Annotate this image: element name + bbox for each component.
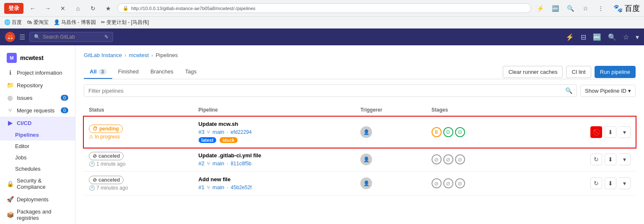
hamburger-button[interactable]: ☰	[19, 33, 25, 41]
breadcrumb-gitlab-instance[interactable]: GitLab Instance	[84, 52, 122, 58]
sidebar-sub-item-jobs[interactable]: Jobs	[0, 152, 75, 163]
tab-finished[interactable]: Finished	[112, 65, 145, 79]
tab-all[interactable]: All 3	[84, 65, 112, 79]
warning-icon: ⚠	[89, 134, 93, 140]
filter-input-wrap[interactable]: 🔍	[84, 84, 577, 97]
download-button-2[interactable]: ⬇	[605, 154, 616, 165]
star-nav-icon[interactable]: ☆	[623, 33, 629, 41]
project-name: mcwtest	[20, 55, 44, 61]
search-input[interactable]	[43, 34, 102, 40]
avatar-1: 👤	[360, 126, 372, 138]
reload-button[interactable]: ✕	[57, 3, 69, 14]
sidebar-item-deployments[interactable]: 🚀 Deployments	[0, 193, 75, 206]
more-button[interactable]: ⋮	[595, 3, 607, 14]
more-actions-button-1[interactable]: ▾	[619, 126, 631, 138]
triggerer-cell-2: 👤	[355, 148, 426, 172]
tab-tags-label: Tags	[185, 68, 197, 75]
action-cell-1: 🚫 ⬇ ▾	[524, 117, 636, 148]
gitlab-logo[interactable]: 🦊	[5, 32, 15, 42]
sidebar-item-security[interactable]: 🔒 Security & Compliance	[0, 175, 75, 193]
cicd-icon: ▶	[7, 120, 13, 126]
tag-latest: latest	[199, 137, 217, 143]
bookmark-blog[interactable]: 👤 马昌伟 - 博客园	[54, 19, 96, 26]
sidebar-sub-item-schedules[interactable]: Schedules	[0, 163, 75, 175]
deployments-icon: 🚀	[7, 196, 13, 203]
translate-nav-icon[interactable]: 🔤	[593, 33, 601, 41]
bookmark-taobao[interactable]: 🛍 爱淘宝	[27, 19, 48, 26]
sidebar-label-merge-requests: Merge requests	[17, 107, 54, 114]
sidebar-sub-item-pipelines[interactable]: Pipelines	[0, 129, 75, 141]
tab-tags[interactable]: Tags	[179, 65, 202, 79]
commit-hash-2[interactable]: 811c8f5b	[231, 161, 251, 167]
branch-name-1[interactable]: main	[212, 129, 224, 135]
baidu-logo: 🐾 百度	[613, 3, 640, 13]
sidebar: M mcwtest ℹ Project information 📁 Reposi…	[0, 45, 75, 224]
zoom-button[interactable]: 🔍	[565, 3, 577, 14]
sidebar-item-cicd[interactable]: ▶ CI/CD	[0, 117, 75, 129]
bookmark-baidu[interactable]: 🌐 百度	[4, 19, 22, 26]
time-ago-3: 🕐 7 minutes ago	[89, 185, 189, 191]
gitlab-nav: 🦊 ☰ 🔍 ✎ ⚡ ⊟ 🔤 🔍 ☆ ▾	[0, 29, 644, 45]
col-pipeline: Pipeline	[194, 104, 356, 117]
pipeline-num-1[interactable]: #3	[199, 129, 204, 135]
sidebar-item-merge-requests[interactable]: ⑂ Merge requests 0	[0, 104, 75, 117]
sidebar-label-cicd: CI/CD	[17, 120, 31, 126]
sidebar-item-project-info[interactable]: ℹ Project information	[0, 66, 75, 79]
commit-hash-1[interactable]: efd22294	[231, 129, 252, 135]
ci-lint-button[interactable]: CI lint	[566, 66, 591, 78]
sidebar-item-issues[interactable]: ◎ Issues 0	[0, 91, 75, 104]
content-area: GitLab Instance › mcwtest › Pipelines Al…	[75, 45, 644, 224]
issues-icon: ◎	[7, 94, 13, 101]
status-badge-pending: ⏱ pending	[89, 125, 123, 133]
lightning-icon[interactable]: ⚡	[566, 33, 574, 41]
avatar-3: 👤	[360, 177, 372, 189]
favorites-button[interactable]: ☆	[580, 3, 592, 14]
retry-button-3[interactable]: ↻	[590, 177, 602, 189]
cancel-pipeline-button-1[interactable]: 🚫	[590, 126, 602, 138]
browser-chrome: 登录 ← → ✕ ⌂ ↻ ★ 🔒 http://10.0.0.13/gitlab…	[0, 0, 644, 17]
tags-cell-1: latest stuck	[199, 137, 351, 143]
search-box[interactable]: 🔍 ✎	[29, 32, 113, 42]
branch-name-3[interactable]: main	[212, 184, 224, 190]
table-row: ⊘ canceled 🕐 7 minutes ago Add new file	[84, 172, 636, 195]
clock-icon: ⏱	[93, 126, 98, 132]
bookmark-button[interactable]: ★	[102, 3, 114, 14]
clear-runner-caches-button[interactable]: Clear runner caches	[503, 66, 563, 78]
url-text: http://10.0.0.13/gitlab-instance-ae7b05a…	[131, 6, 256, 11]
pipeline-cell-3: Add new file #1 ⑂ main · 45b2e52f	[194, 172, 356, 195]
more-actions-button-3[interactable]: ▾	[619, 177, 631, 189]
run-pipeline-button[interactable]: Run pipeline	[595, 66, 636, 78]
search-nav-icon[interactable]: 🔍	[608, 33, 616, 41]
undo-button[interactable]: ↻	[87, 3, 99, 14]
commit-hash-3[interactable]: 45b2e52f	[231, 185, 252, 190]
pipeline-num-3[interactable]: #1	[199, 184, 204, 190]
pipeline-num-2[interactable]: #2	[199, 160, 204, 167]
more-actions-button-2[interactable]: ▾	[619, 154, 631, 165]
nav-icons: ⚡ ⊟ 🔤 🔍 ☆ ▾	[566, 33, 639, 41]
login-button[interactable]: 登录	[4, 3, 23, 14]
back-button[interactable]: ←	[27, 3, 39, 14]
merge-icon[interactable]: ⊟	[581, 33, 586, 41]
retry-button-2[interactable]: ↻	[590, 154, 602, 165]
chevron-nav-icon[interactable]: ▾	[636, 33, 639, 41]
triggerer-cell-1: 👤	[355, 117, 426, 148]
bookmark-plan[interactable]: ✏ 变更计划 - [马昌伟]	[101, 19, 149, 26]
translate-button[interactable]: 🔤	[550, 3, 561, 14]
address-bar[interactable]: 🔒 http://10.0.0.13/gitlab-instance-ae7b0…	[117, 3, 531, 13]
sidebar-item-repository[interactable]: 📁 Repository	[0, 79, 75, 91]
forward-button[interactable]: →	[42, 3, 54, 14]
show-pipeline-id-button[interactable]: Show Pipeline ID ▾	[580, 85, 636, 97]
filter-pipelines-input[interactable]	[88, 88, 565, 94]
download-button-3[interactable]: ⬇	[605, 177, 616, 189]
extensions-button[interactable]: ⚡	[535, 3, 546, 14]
home-button[interactable]: ⌂	[72, 3, 84, 14]
stages-icons-2: ⊘ ⊘ ⊘	[432, 154, 519, 164]
sidebar-sub-item-editor[interactable]: Editor	[0, 141, 75, 152]
download-button-1[interactable]: ⬇	[605, 126, 616, 138]
tab-all-label: All	[90, 68, 97, 75]
sidebar-item-packages[interactable]: 📦 Packages and registries	[0, 206, 75, 224]
tab-branches[interactable]: Branches	[145, 65, 179, 79]
breadcrumb-mcwtest[interactable]: mcwtest	[129, 52, 149, 58]
status-label-1: pending	[99, 126, 119, 132]
branch-name-2[interactable]: main	[212, 160, 224, 167]
